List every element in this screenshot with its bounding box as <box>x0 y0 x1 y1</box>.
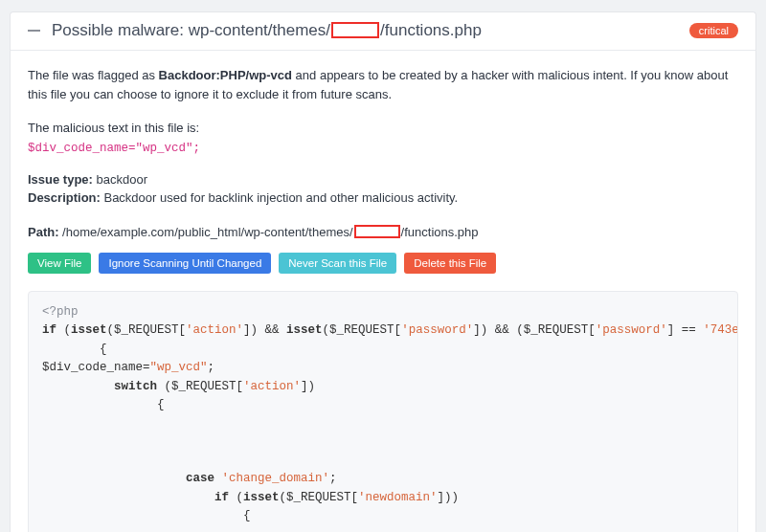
code-l4c: ; <box>208 361 215 374</box>
code-preview: <?php if (isset($_REQUEST['action']) && … <box>28 291 738 532</box>
code-l8b: ( <box>229 491 243 504</box>
path-line: Path: /home/example.com/public_html/wp-c… <box>28 223 738 242</box>
code-l2m: '743eaa3d530c9fd2a559f85aca2ad5c5' <box>703 323 738 337</box>
code-l8d: ($_REQUEST[ <box>280 491 359 504</box>
code-l6: { <box>42 398 165 411</box>
code-l5b: ($_REQUEST[ <box>157 380 243 393</box>
malicious-text-label: The malicious text in this file is: <box>28 119 738 138</box>
code-l4b: "wp_vcd" <box>150 361 208 374</box>
code-l4a: $div_code_name= <box>42 361 150 374</box>
code-l2k: 'password' <box>596 323 667 337</box>
collapse-icon[interactable] <box>28 30 40 32</box>
description-label: Description: <box>28 190 101 205</box>
code-l7d: ; <box>329 472 337 485</box>
code-l2g: isset <box>286 323 323 337</box>
code-l2h: ($_REQUEST[ <box>323 323 402 337</box>
code-l2a: if <box>42 323 56 337</box>
issue-title: Possible malware: wp-content/themes//fun… <box>52 21 482 40</box>
delete-file-button[interactable]: Delete this File <box>404 253 496 274</box>
description-value: Backdoor used for backlink injection and… <box>101 190 458 205</box>
issue-meta: Issue type: backdoor Description: Backdo… <box>28 170 738 208</box>
desc-a: The file was flagged as <box>28 68 159 82</box>
code-l5a: switch <box>42 380 157 393</box>
code-l8a: if <box>42 491 229 504</box>
threat-name: Backdoor:PHP/wp-vcd <box>159 68 292 82</box>
issue-description: The file was flagged as Backdoor:PHP/wp-… <box>28 66 738 103</box>
code-l7b <box>214 472 222 485</box>
ignore-scanning-button[interactable]: Ignore Scanning Until Changed <box>99 253 271 274</box>
code-l2j: ]) && ($_REQUEST[ <box>473 323 596 337</box>
redacted-theme-name <box>331 22 379 38</box>
code-l2e: 'action' <box>186 323 243 337</box>
code-l2l: ] == <box>667 323 704 337</box>
issue-body: The file was flagged as Backdoor:PHP/wp-… <box>10 51 756 532</box>
code-l7c: 'change_domain' <box>222 472 330 485</box>
code-l2i: 'password' <box>401 323 473 337</box>
code-l2f: ]) && <box>243 323 286 337</box>
view-file-button[interactable]: View File <box>28 253 91 274</box>
code-l8f: ])) <box>438 491 460 504</box>
title-suffix: /functions.php <box>380 21 482 39</box>
severity-badge: critical <box>689 23 738 38</box>
malicious-text-code: $div_code_name="wp_vcd"; <box>28 142 738 155</box>
code-l5d: ]) <box>301 380 315 393</box>
path-prefix: /home/example.com/public_html/wp-content… <box>59 225 353 239</box>
code-l9: { <box>42 509 251 522</box>
code-l2c: isset <box>71 323 107 337</box>
path-label: Path: <box>28 225 59 239</box>
code-l8c: isset <box>243 491 280 504</box>
never-scan-button[interactable]: Never Scan this File <box>279 253 396 274</box>
issue-header: Possible malware: wp-content/themes//fun… <box>10 11 756 51</box>
code-l5c: 'action' <box>243 380 301 393</box>
code-l7a: case <box>42 472 214 485</box>
code-l2d: ($_REQUEST[ <box>107 323 187 337</box>
code-l3: { <box>42 343 107 356</box>
code-l1: <?php <box>42 305 79 319</box>
redacted-theme-path <box>354 225 400 238</box>
issue-type-value: backdoor <box>93 172 147 187</box>
path-suffix: /functions.php <box>401 225 479 239</box>
code-l8e: 'newdomain' <box>358 491 438 504</box>
issue-type-label: Issue type: <box>28 172 93 187</box>
action-buttons: View File Ignore Scanning Until Changed … <box>28 253 738 274</box>
title-prefix: Possible malware: wp-content/themes/ <box>52 21 330 39</box>
code-l2b: ( <box>56 323 71 337</box>
